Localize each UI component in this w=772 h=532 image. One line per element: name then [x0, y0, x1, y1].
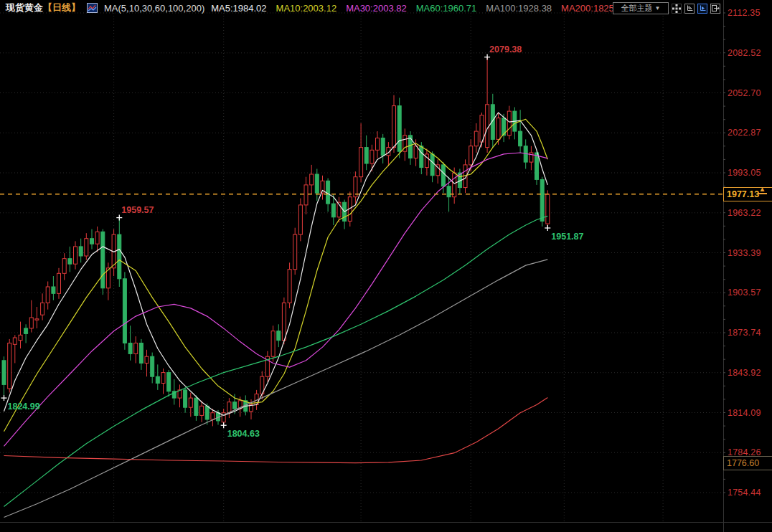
candle [453, 173, 456, 197]
ma-line-MA5 [4, 113, 548, 415]
ma-value-label: MA30:2003.82 [346, 3, 407, 14]
candle [57, 273, 61, 293]
candle [95, 232, 99, 244]
ma-values-row: MA5:1984.02MA10:2003.12MA30:2003.82MA60:… [211, 3, 621, 14]
extreme-label: 1959.57 [121, 205, 154, 215]
candle [68, 259, 72, 265]
candle [271, 331, 275, 357]
candle [304, 185, 308, 205]
ma-value-label: MA100:1928.38 [486, 3, 552, 14]
price-axis[interactable]: 1977.13 1776.60 2112.352082.522052.70202… [723, 0, 772, 532]
candle [430, 154, 434, 176]
candle [41, 303, 44, 315]
extreme-label: 1824.99 [8, 402, 40, 412]
candle [381, 138, 385, 156]
chart-app: 2079.381959.571951.871824.991804.63 现货黄金… [0, 0, 772, 532]
extreme-label: 1951.87 [551, 232, 583, 242]
candle [211, 413, 215, 419]
latest-marker-icon[interactable]: ▲ [758, 186, 767, 194]
ma-value-label: MA60:1960.71 [416, 3, 477, 14]
candle [184, 390, 187, 407]
candle [2, 361, 6, 385]
period-label: 【日线】 [43, 2, 80, 13]
candle [376, 138, 380, 151]
axis-scale-icon[interactable] [684, 4, 695, 14]
candle [194, 398, 198, 415]
axis-price-label: 1873.74 [728, 328, 761, 338]
extreme-label: 2079.38 [489, 44, 522, 54]
candle [161, 373, 165, 384]
candle [29, 318, 33, 328]
candle [359, 148, 363, 177]
candle [310, 174, 314, 185]
candle [540, 179, 544, 221]
candle [167, 373, 171, 391]
candle [13, 338, 17, 344]
axis-price-label: 1903.57 [728, 288, 761, 298]
candle [79, 247, 83, 256]
symbol-title: 现货黄金【日线】 [6, 1, 80, 14]
axis-price-label: 2112.35 [728, 8, 761, 18]
candle [414, 146, 418, 158]
theme-dropdown[interactable]: 全部主题 ▼ [613, 2, 669, 14]
axis-latest-icon[interactable] [697, 4, 707, 14]
candle [409, 136, 413, 158]
candle [507, 111, 511, 136]
candle [480, 115, 484, 142]
axis-price-label: 1814.09 [728, 408, 761, 418]
candle [392, 106, 396, 148]
extreme-marker [221, 422, 227, 428]
exit-right-icon[interactable] [710, 4, 720, 14]
candle [546, 194, 550, 224]
candle [420, 146, 423, 168]
candle [90, 239, 94, 244]
candle [19, 335, 22, 340]
axis-price-label: 1754.44 [728, 488, 761, 498]
pan-icon[interactable] [672, 4, 682, 14]
candle [364, 148, 368, 163]
axis-price-label: 1784.26 [728, 447, 761, 457]
candle [519, 131, 522, 146]
extreme-label: 1804.63 [227, 429, 260, 439]
extreme-marker [484, 54, 490, 60]
candle [298, 205, 302, 234]
axis-price-label: 1993.05 [728, 168, 761, 178]
candle [496, 118, 500, 140]
candle [200, 406, 204, 415]
candle [128, 343, 132, 354]
candle [35, 319, 39, 320]
candlestick-chart[interactable]: 2079.381959.571951.871824.991804.63 [0, 0, 772, 532]
candle [233, 402, 237, 409]
candle [156, 376, 159, 383]
candle [474, 131, 478, 146]
axis-price-label: 1843.92 [728, 368, 761, 378]
theme-dropdown-label: 全部主题 [621, 3, 653, 14]
header-toolbar: 全部主题 ▼ [613, 2, 720, 14]
candle [62, 259, 66, 274]
candle [46, 287, 50, 303]
axis-price-label: 2082.52 [728, 48, 761, 58]
candle [315, 174, 319, 193]
candle [441, 165, 445, 186]
candle [326, 181, 330, 204]
ma-line-MA60 [4, 216, 548, 506]
candle [277, 331, 281, 341]
candle [293, 234, 297, 270]
axis-price-label: 2052.70 [728, 88, 761, 98]
ma-value-label: MA5:1984.02 [211, 3, 266, 14]
extreme-marker [1, 395, 7, 401]
candle [101, 232, 105, 288]
candle [85, 239, 88, 256]
candle [447, 186, 451, 197]
chevron-down-icon: ▼ [655, 5, 661, 11]
chart-type-icon[interactable] [87, 3, 98, 13]
marked-level-tag: 1776.60 [723, 456, 772, 470]
candle [189, 398, 192, 407]
ma-value-label: MA10:2003.12 [276, 3, 337, 14]
candle [24, 328, 28, 334]
ma-line-MA200 [4, 398, 548, 463]
axis-price-label: 2022.87 [728, 128, 761, 138]
candle [139, 343, 143, 364]
candle [145, 356, 149, 363]
ma-settings-label[interactable]: MA(5,10,30,60,100,200) [104, 3, 204, 14]
